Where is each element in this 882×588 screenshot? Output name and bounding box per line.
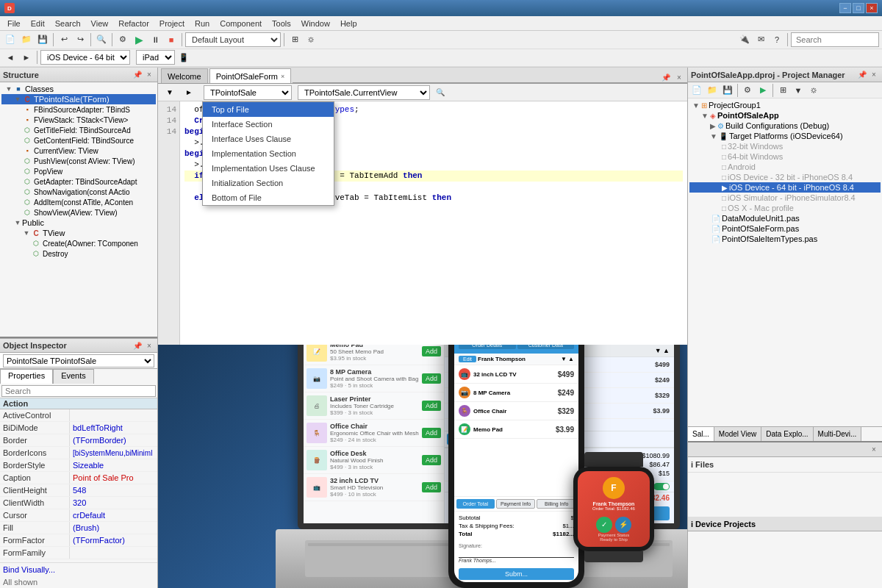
phone-customer-data-btn[interactable]: Customer Data: [517, 345, 575, 349]
tree-toggle-tview[interactable]: ▼: [22, 229, 31, 237]
tree-item-classes[interactable]: ▼ ■ Classes: [1, 84, 156, 94]
oi-object-combo[interactable]: PointofSale TPointofSale: [3, 354, 154, 368]
phone-payment-info-btn[interactable]: Payment Info: [496, 499, 536, 509]
toolbar-new-btn[interactable]: 📄: [3, 32, 18, 47]
dropdown-item-implementation-section[interactable]: Implementation Section: [203, 146, 334, 161]
tree-item-getcontentfield[interactable]: ⬡ GetContentField: TBindSource: [1, 135, 156, 146]
pm-run-btn[interactable]: ▶: [756, 83, 770, 98]
pm-tree-projectgroup[interactable]: ▼ ⊞ ProjectGroup1: [689, 100, 881, 110]
tree-item-popview[interactable]: ⬡ PopView: [1, 166, 156, 176]
toolbar-undo-btn[interactable]: ↩: [57, 32, 71, 47]
tree-item-getadapter[interactable]: ⬡ GetAdapter: TBindSourceAdapt: [1, 176, 156, 187]
menu-run[interactable]: Run: [190, 18, 214, 29]
dropdown-item-interface-uses[interactable]: Interface Uses Clause: [203, 132, 334, 146]
dropdown-item-top-of-file[interactable]: Top of File: [203, 102, 334, 117]
pm-model-view-tab[interactable]: Model View: [714, 427, 762, 441]
code-search-btn[interactable]: 🔍: [431, 86, 449, 99]
pm-close-btn[interactable]: ×: [869, 70, 879, 80]
structure-close-btn[interactable]: ×: [144, 70, 154, 80]
tree-item-fviewstack[interactable]: ▪ FViewStack: TStack<TView>: [1, 115, 156, 125]
pm-tree-android[interactable]: □ Android: [689, 162, 881, 172]
prop-row-formfactor[interactable]: FormFactor (TFormFactor): [0, 534, 157, 547]
toolbar-device-connect-btn[interactable]: 📱: [176, 50, 191, 65]
tree-item-currentview[interactable]: ▪ CurrentView: TView: [1, 146, 156, 156]
toolbar-email-btn[interactable]: ✉: [753, 32, 768, 47]
prop-row-bidimode[interactable]: BiDiMode bdLeftToRight: [0, 422, 157, 434]
toolbar-save-btn[interactable]: 💾: [35, 32, 50, 47]
prop-row-border[interactable]: Border (TFormBorder): [0, 434, 157, 447]
dropdown-item-initialization-section[interactable]: Initialization Section: [203, 176, 334, 190]
bottom-panel-close[interactable]: ×: [869, 445, 879, 455]
dropdown-item-bottom-of-file[interactable]: Bottom of File: [203, 190, 334, 205]
pm-config-btn[interactable]: ⛭: [806, 83, 821, 98]
oi-tab-properties[interactable]: Properties: [0, 369, 53, 384]
prop-row-bordericons[interactable]: BorderIcons [biSystemMenu,biMiniml: [0, 447, 157, 459]
ios-platform-dropdown[interactable]: iOS Device - 64 bit: [40, 50, 130, 65]
pm-multi-device-tab[interactable]: Multi-Devi...: [814, 427, 862, 441]
pm-tree-platforms[interactable]: ▼ 📱 Target Platforms (iOSDevice64): [689, 131, 881, 141]
tree-toggle-tpointofsale[interactable]: ▼: [13, 95, 22, 104]
device-dropdown[interactable]: iPad: [136, 50, 175, 65]
structure-pin-btn[interactable]: 📌: [132, 70, 143, 80]
pm-tree-project[interactable]: ▼ ◈ PointOfSaleApp: [689, 110, 881, 121]
pm-tree-buildconfig[interactable]: ▶ ⚙ Build Configurations (Debug): [689, 121, 881, 131]
tree-item-tpointofsale[interactable]: ▼ C TPointofSale(TForm): [1, 94, 156, 104]
prop-row-activecontrol[interactable]: ActiveControl: [0, 409, 157, 422]
pm-view-btn[interactable]: ⊞: [775, 83, 790, 98]
tree-item-create[interactable]: ⬡ Create(AOwner: TComponen: [1, 238, 156, 248]
toolbar-pause-btn[interactable]: ⏸: [148, 32, 162, 47]
bind-visually-link[interactable]: Bind Visually...: [0, 562, 157, 576]
pm-sal-tab[interactable]: Sal...: [688, 427, 714, 441]
pos-add-btn-3[interactable]: Add: [422, 401, 441, 411]
pos-add-btn-5[interactable]: Add: [422, 455, 441, 465]
toolbar-fwd-btn[interactable]: ►: [19, 50, 34, 65]
tree-item-fbindsource[interactable]: ▪ FBindSourceAdapter: TBindS: [1, 104, 156, 115]
view-selector-dropdown[interactable]: TPointofSale.CurrentView: [298, 85, 430, 100]
oi-close-btn[interactable]: ×: [144, 340, 154, 351]
pm-data-explorer-tab[interactable]: Data Explo...: [761, 427, 813, 441]
dropdown-item-interface-section[interactable]: Interface Section: [203, 117, 334, 132]
pm-tree-posform[interactable]: 📄 PointOfSaleForm.pas: [689, 223, 881, 234]
pm-new-btn[interactable]: 📄: [689, 83, 704, 98]
tree-item-tview[interactable]: ▼ C TView: [1, 228, 156, 238]
tree-item-additem[interactable]: ⬡ AddItem(const ATitle, AConten: [1, 197, 156, 207]
toolbar-stop-btn[interactable]: ■: [164, 32, 179, 47]
toolbar-build-btn[interactable]: ⚙: [115, 32, 130, 47]
toolbar-more-btn[interactable]: ⊞: [287, 32, 302, 47]
toolbar-config-btn[interactable]: ⛭: [304, 32, 318, 47]
tab-pointofsaleform[interactable]: PointOfSaleForm ×: [209, 68, 292, 83]
editor-close-btn[interactable]: ×: [674, 72, 684, 82]
phone-submit-btn[interactable]: Subm...: [459, 568, 574, 580]
pos-add-btn-2[interactable]: Add: [422, 373, 441, 384]
oi-pin-btn[interactable]: 📌: [132, 340, 143, 351]
pm-save-btn[interactable]: 💾: [720, 83, 735, 98]
toolbar-back-btn[interactable]: ◄: [3, 50, 18, 65]
menu-window[interactable]: Window: [297, 18, 334, 29]
pos-add-btn-6[interactable]: Add: [422, 482, 441, 492]
layout-dropdown[interactable]: Default Layout: [185, 32, 281, 47]
tree-item-gettitlefield[interactable]: ⬡ GetTitleField: TBindSourceAd: [1, 125, 156, 135]
pm-pin-btn[interactable]: 📌: [857, 70, 867, 80]
pos-add-btn-1[interactable]: Add: [422, 346, 441, 356]
phone-order-total-btn[interactable]: Order Total: [456, 499, 495, 509]
tree-toggle-public[interactable]: ▼: [13, 218, 22, 227]
prop-row-caption[interactable]: Caption Point of Sale Pro: [0, 472, 157, 484]
oi-tab-events[interactable]: Events: [53, 369, 94, 384]
dropdown-item-implementation-uses[interactable]: Implementation Uses Clause: [203, 161, 334, 176]
pm-tree-ios32[interactable]: □ iOS Device - 32 bit - iPhoneOS 8.4: [689, 172, 881, 182]
menu-search[interactable]: Search: [51, 18, 85, 29]
pm-tree-osx[interactable]: □ OS X - Mac profile: [689, 203, 881, 213]
close-button[interactable]: ×: [866, 3, 878, 13]
prop-row-clientwidth[interactable]: ClientWidth 320: [0, 497, 157, 509]
tab-welcome[interactable]: Welcome: [161, 68, 208, 83]
code-nav-back[interactable]: ▼: [161, 86, 179, 99]
pm-filter-btn[interactable]: ▼: [791, 83, 806, 98]
prop-row-cursor[interactable]: Cursor crDefault: [0, 509, 157, 522]
tree-item-shownavigation[interactable]: ⬡ ShowNavigation(const AActio: [1, 187, 156, 197]
prop-row-fill[interactable]: Fill (Brush): [0, 522, 157, 534]
menu-help[interactable]: Help: [336, 18, 362, 29]
pm-tree-win64[interactable]: □ 64-bit Windows: [689, 151, 881, 162]
tab-close-btn[interactable]: ×: [281, 73, 284, 80]
menu-file[interactable]: File: [3, 18, 25, 29]
pm-tree-iossim[interactable]: □ iOS Simulator - iPhoneSimulator8.4: [689, 193, 881, 203]
